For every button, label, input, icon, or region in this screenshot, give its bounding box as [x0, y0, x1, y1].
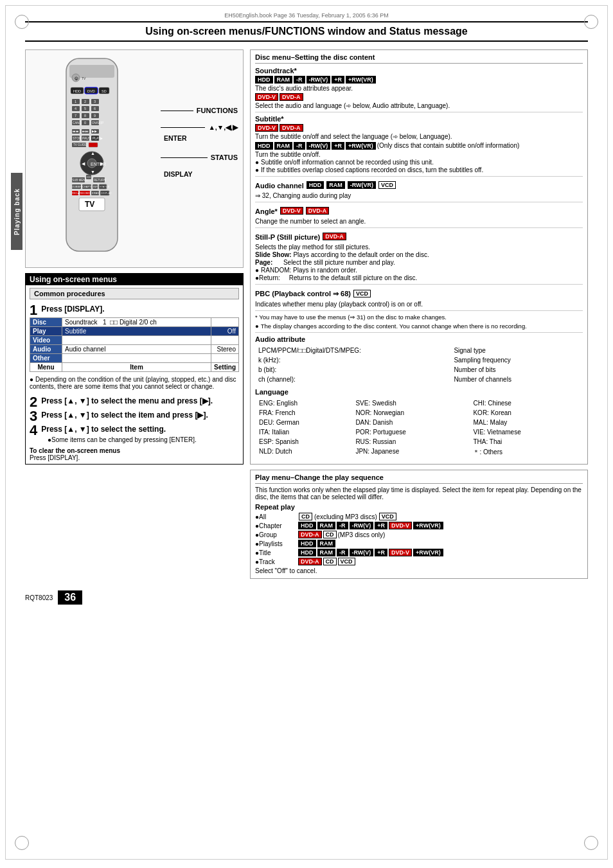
badge-rw-ch: -RW(V) [350, 522, 374, 529]
soundtrack-text2: Select the audio and language (➾ below, … [255, 102, 583, 109]
step-2: 2 Press [▲, ▼] to select the menu and pr… [30, 395, 239, 405]
svg-text:6: 6 [94, 107, 96, 111]
using-onscreen-menus-section: Using on-screen menus Common procedures … [25, 273, 244, 465]
step-3-text: Press [▲, ▼] to select the item and pres… [41, 409, 239, 420]
lang-chi: CHI: Chinese [470, 399, 582, 407]
disc-menu-section: Disc menu–Setting the disc content Sound… [250, 49, 588, 465]
svg-text:REC/MOX: REC/MOX [80, 191, 92, 195]
remote-image: ⏻ TV HDD DVD SD 1 [31, 55, 159, 262]
lang-eng: ENG: English [256, 399, 351, 407]
badge-ram-2: RAM [274, 142, 293, 150]
svg-text:0: 0 [84, 121, 86, 125]
repeat-group-label: ●Group [255, 531, 297, 538]
subtitle-only-info: (Only discs that contain subtitle on/off… [377, 142, 520, 149]
subtitle-bullet2: If the subtitles overlap closed captions… [255, 166, 583, 173]
menu-cell-other: Other [30, 354, 62, 363]
subtitle-bullet1: Subtitle on/off information cannot be re… [255, 159, 583, 166]
badge-ram-pl: RAM [317, 540, 336, 547]
svg-text:2: 2 [84, 100, 86, 103]
language-table: ENG: English SVE: Swedish CHI: Chinese F… [255, 398, 583, 459]
lang-jpn: JPN: Japanese [353, 447, 469, 457]
svg-text:DISPLAY: DISPLAY [101, 191, 112, 195]
clear-note-title: To clear the on-screen menus [30, 447, 120, 454]
step-1-num: 1 [30, 303, 37, 317]
badge-hdd-2: HDD [255, 142, 273, 150]
badge-vcd-3: VCD [379, 513, 396, 520]
badge-vcd-1: VCD [378, 181, 396, 189]
svg-text:ENTER: ENTER [91, 162, 106, 166]
repeat-all-row: ●All CD (excluding MP3 discs) VCD [255, 513, 583, 520]
svg-text:TV GUIDE: TV GUIDE [73, 143, 87, 146]
badge-ram-1: RAM [274, 76, 293, 84]
badge-dvda-2: DVD-A [280, 124, 303, 132]
angle-row: Angle* DVD-V DVD-A [255, 205, 583, 217]
lang-sve: SVE: Swedish [353, 399, 469, 407]
svg-text:ERASE: ERASE [92, 191, 101, 195]
step-3-num: 3 [30, 409, 37, 423]
svg-text:TV: TV [85, 200, 94, 209]
step-2-text: Press [▲, ▼] to select the menu and pres… [41, 395, 239, 405]
badge-vcd-tr: VCD [338, 558, 355, 565]
right-column: Disc menu–Setting the disc content Sound… [250, 49, 588, 584]
still-p-return: ●Return: Returns to the default still pi… [255, 274, 583, 281]
still-p-random: RANDOM: Plays in random order. [255, 267, 583, 274]
badge-hdd-1: HDD [255, 76, 273, 84]
attr-right-2: Sampling frequency [452, 356, 582, 364]
display-label-text: DISPLAY [164, 170, 238, 178]
page-title: Using on-screen menus/FUNCTIONS window a… [25, 21, 588, 42]
svg-text:8: 8 [84, 114, 86, 118]
svg-text:1: 1 [75, 100, 76, 103]
badge-plus-rw-ch: +RW(VR) [413, 522, 443, 529]
badge-ram-tl: RAM [317, 549, 336, 556]
repeat-group-extra: (MP3 discs only) [338, 531, 386, 538]
badge-plus-r-ch: +R [375, 522, 387, 529]
attr-right-1: Signal type [452, 346, 582, 355]
attr-left-4: ch (channel): [256, 375, 450, 384]
functions-label-text: FUNCTIONS [197, 107, 238, 114]
file-info: EH50English.book Page 36 Tuesday, Februa… [12, 12, 601, 19]
arrows-label-line [161, 127, 205, 128]
svg-text:9: 9 [94, 114, 96, 118]
badge-r-ch: -R [337, 522, 348, 529]
badge-dvda-1: DVD-A [280, 93, 303, 101]
badge-cd-tr: CD [323, 558, 337, 565]
attr-row-2: k (kHz): Sampling frequency [256, 356, 582, 364]
badge-dvdv-3: DVD-V [280, 207, 303, 215]
functions-label-line [161, 111, 193, 111]
page-number: 36 [58, 590, 82, 605]
corner-decoration-br [584, 836, 598, 850]
audio-channel-text: ⇒ 32, Changing audio during play [255, 192, 583, 199]
disc-menu-title: Disc menu–Setting the disc content [255, 53, 583, 64]
badge-dvda-tr: DVD-A [298, 558, 322, 565]
attr-right-4: Number of channels [452, 375, 582, 384]
svg-text:TV: TV [82, 76, 86, 80]
item-cell-subtitle: Subtitle [62, 327, 211, 336]
attr-row-4: ch (channel): Number of channels [256, 375, 582, 384]
attr-row-1: LPCM/PPCM/□□Digital/DTS/MPEG: Signal typ… [256, 346, 582, 355]
setting-cell-subtitle: Off [211, 327, 239, 336]
repeat-cancel-text: Select "Off" to cancel. [255, 567, 583, 574]
arrows-enter-label-item: ▲,▼,◀,▶ [161, 123, 238, 131]
attr-right-3: Number of bits [452, 366, 582, 374]
step-2-num: 2 [30, 395, 37, 409]
svg-text:HDD: HDD [73, 89, 81, 93]
lang-nld: NLD: Dutch [256, 447, 351, 457]
menu-cell-audio: Audio [30, 345, 62, 354]
svg-rect-49 [89, 143, 98, 147]
subtitle-title: Subtitle* [255, 115, 583, 123]
svg-text:7: 7 [75, 114, 76, 118]
lang-row-1: ENG: English SVE: Swedish CHI: Chinese [256, 399, 582, 407]
badge-dvdv-tl: DVD-V [389, 549, 412, 556]
soundtrack-badges-2: DVD-V DVD-A [255, 93, 583, 101]
svg-text:SUB MENU: SUB MENU [72, 179, 87, 182]
lang-kor: KOR: Korean [470, 409, 582, 417]
soundtrack-title: Soundtrack* [255, 67, 583, 75]
lang-row-2: FRA: French NOR: Norwegian KOR: Korean [256, 409, 582, 417]
clear-note-text: Press [DISPLAY]. [30, 454, 80, 461]
badge-plus-r-1: +R [332, 76, 344, 84]
subtitle-text1: Turn the subtitle on/off and select the … [255, 133, 583, 140]
audio-attribute-table: LPCM/PPCM/□□Digital/DTS/MPEG: Signal typ… [255, 345, 583, 385]
step-4-text: Press [▲, ▼] to select the setting. [41, 423, 239, 434]
main-content: ⏻ TV HDD DVD SD 1 [12, 49, 601, 584]
playing-back-sidebar: Playing back [11, 173, 22, 250]
